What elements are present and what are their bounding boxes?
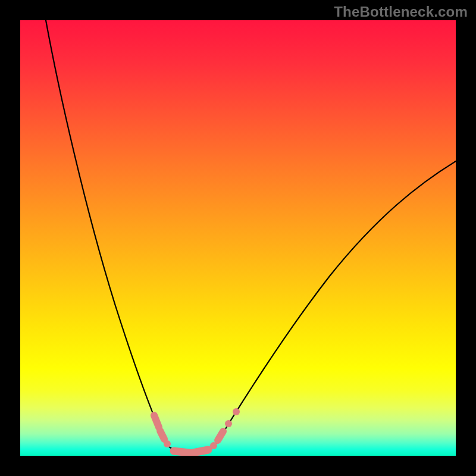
marker-segment — [154, 415, 159, 427]
plot-area — [20, 20, 456, 456]
curve-right-branch — [213, 161, 456, 447]
marker-segment — [174, 451, 189, 453]
watermark-text: TheBottleneck.com — [334, 4, 468, 20]
marker-segment — [218, 431, 223, 440]
curve-left-branch — [46, 20, 168, 446]
marker-segment — [160, 431, 164, 439]
marker-segment — [193, 450, 208, 453]
curve-layer — [20, 20, 456, 456]
marker-dot — [164, 440, 171, 447]
chart-frame: TheBottleneck.com — [0, 0, 476, 476]
marker-dot — [233, 408, 240, 415]
marker-dot — [225, 420, 232, 427]
